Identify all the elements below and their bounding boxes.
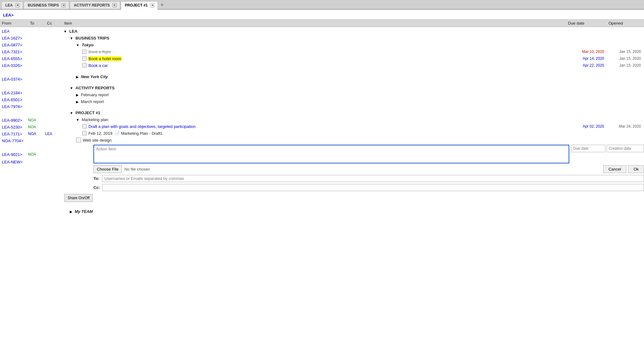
book-flight-row: Book a flight Mar 10, 2020 Jan 15, 2020	[62, 48, 644, 55]
to-label: To:	[93, 176, 101, 181]
sidebar-item: LEA-0877>	[0, 41, 28, 48]
to-noa-3: NOA	[28, 132, 36, 136]
tokyo-label: Tokyo	[82, 43, 94, 47]
no-file-text: No file chosen	[124, 167, 150, 172]
cancel-button[interactable]: Cancel	[603, 165, 626, 173]
march-arrow[interactable]: ▶	[76, 100, 78, 104]
share-button[interactable]: Share On/Off	[64, 194, 93, 202]
my-team-label: My TEAM	[75, 209, 93, 214]
draft-plan-text[interactable]: Draft a plan with goals and objectives, …	[88, 124, 196, 129]
sidebar-lea-0326[interactable]: LEA-0326>	[2, 63, 22, 68]
march-label: March report	[81, 99, 104, 104]
tab-lea[interactable]: LEA ✕	[1, 1, 23, 9]
sidebar-lea-7978[interactable]: LEA-7978>	[2, 104, 22, 109]
sidebar-lea[interactable]: LEA	[2, 29, 10, 34]
marketing-plan-arrow[interactable]: ▼	[76, 118, 79, 122]
project1-arrow[interactable]: ▼	[70, 111, 73, 115]
draft-plan-due: Apr 02, 2020	[566, 124, 607, 129]
tab-project1[interactable]: PROJECT #1 ✕	[121, 1, 158, 10]
main-content: LEA> From To Cc Item Due date Opened LEA…	[0, 10, 644, 217]
to-input[interactable]	[102, 175, 644, 182]
book-car-row: Book a car Apr 22, 2020 Jan 15, 2020	[62, 62, 644, 69]
draft-plan-checkbox[interactable]	[82, 124, 87, 129]
action-item-input[interactable]	[93, 145, 569, 163]
sidebar-lea-2184[interactable]: LEA-2184>	[2, 91, 22, 95]
tree-root-row: ▼ LEA	[62, 28, 644, 35]
website-design-header-row: Web site design	[62, 137, 644, 143]
sidebar-gap2	[0, 82, 28, 89]
sidebar-lea-0877[interactable]: LEA-0877>	[2, 43, 22, 47]
business-trips-label: BUSINESS TRIPS	[76, 36, 109, 40]
sidebar-lea-6501[interactable]: LEA-6501>	[2, 97, 22, 102]
col-to: To	[28, 21, 45, 26]
sidebar-item: LEA-5230>	[0, 124, 28, 130]
tab-project1-close[interactable]: ✕	[150, 3, 154, 7]
table-header: From To Cc Item Due date Opened	[0, 19, 644, 27]
activity-reports-arrow[interactable]: ▼	[70, 86, 73, 90]
to-column: NOA NOA NOA NOA	[28, 27, 45, 215]
inline-form: Choose File No file chosen Cancel Ok To:…	[62, 144, 644, 192]
sidebar-lea-7321[interactable]: LEA-7321>	[2, 49, 22, 54]
col-opened: Opened	[607, 21, 644, 26]
cc-input[interactable]: NOA Demo NOA,	[102, 184, 644, 191]
sidebar-gap1	[0, 69, 28, 76]
doc-label: Marketing Plan - Draft1	[121, 131, 163, 136]
tab-business-trips[interactable]: BUSINESS TRIPS ✕	[24, 1, 69, 9]
cc-lea: LEA	[45, 132, 52, 136]
root-label: LEA	[69, 29, 78, 34]
due-date-input[interactable]	[571, 145, 605, 152]
to-noa-1: NOA	[28, 118, 36, 122]
sidebar-noa-7704[interactable]: NOA-7704>	[2, 139, 23, 143]
sidebar-lea-7171[interactable]: LEA-7171>	[2, 132, 22, 136]
sidebar: LEA LEA-1627> LEA-0877> LEA-7321> LEA-65…	[0, 27, 28, 215]
february-arrow[interactable]: ▶	[76, 93, 78, 97]
book-car-opened: Jan 15, 2020	[607, 63, 644, 68]
add-tab-button[interactable]: +	[159, 2, 166, 8]
sidebar-lea-9902[interactable]: LEA-9902>	[2, 118, 22, 123]
book-hotel-row: Book a hotel room Apr 14, 2020 Jan 15, 2…	[62, 55, 644, 62]
tokyo-arrow[interactable]: ▼	[76, 43, 79, 47]
tab-activity-reports[interactable]: ACTIVITY REPORTS ✕	[70, 1, 120, 9]
tab-activity-reports-close[interactable]: ✕	[112, 3, 117, 7]
sidebar-item: NOA-7704>	[0, 137, 28, 144]
sidebar-lea-new[interactable]: LEA-NEW>	[2, 160, 23, 164]
book-car-text[interactable]: Book a car	[88, 63, 108, 68]
doc-checkbox[interactable]	[82, 131, 87, 135]
nyc-arrow[interactable]: ▶	[76, 75, 78, 79]
business-trips-arrow[interactable]: ▼	[70, 36, 73, 40]
sidebar-lea-6555[interactable]: LEA-6555>	[2, 56, 22, 61]
tab-lea-close[interactable]: ✕	[15, 3, 20, 7]
business-trips-header-row: ▼ BUSINESS TRIPS	[62, 35, 644, 41]
ok-button[interactable]: Ok	[628, 165, 644, 173]
gap1	[62, 69, 644, 73]
gap-bottom	[62, 202, 644, 208]
cc-column: LEA	[45, 27, 62, 215]
choose-file-button[interactable]: Choose File	[93, 165, 122, 173]
app-container: LEA ✕ BUSINESS TRIPS ✕ ACTIVITY REPORTS …	[0, 0, 644, 217]
my-team-header-row: ▶ My TEAM	[62, 208, 644, 215]
col-item: Item	[62, 21, 566, 26]
creation-date-input[interactable]	[607, 145, 644, 152]
root-arrow[interactable]: ▼	[64, 30, 67, 33]
sidebar-item: LEA-NEW>	[0, 158, 28, 166]
my-team-arrow[interactable]: ▶	[70, 210, 72, 214]
book-car-checkbox[interactable]	[82, 63, 87, 68]
project1-header-row: ▼ PROJECT #1	[62, 109, 644, 116]
project1-label: PROJECT #1	[76, 110, 100, 115]
tab-business-trips-close[interactable]: ✕	[61, 3, 66, 7]
tab-business-trips-label: BUSINESS TRIPS	[28, 3, 59, 7]
book-flight-checkbox[interactable]	[82, 49, 87, 54]
sidebar-lea-5230[interactable]: LEA-5230>	[2, 125, 22, 129]
website-design-checkbox[interactable]	[76, 138, 81, 143]
book-hotel-checkbox[interactable]	[82, 56, 87, 61]
sidebar-lea-1627[interactable]: LEA-1627>	[2, 36, 22, 40]
sidebar-lea-0374[interactable]: LEA-0374>	[2, 77, 22, 82]
activity-reports-label: ACTIVITY REPORTS	[76, 86, 115, 90]
sidebar-lea-9021[interactable]: LEA-9021>	[2, 152, 22, 157]
book-flight-due: Mar 10, 2020	[566, 49, 607, 54]
draft-plan-row: Draft a plan with goals and objectives, …	[62, 123, 644, 130]
breadcrumb[interactable]: LEA>	[0, 12, 644, 19]
sidebar-item: LEA-7978>	[0, 103, 28, 110]
book-hotel-opened: Jan 15, 2020	[607, 56, 644, 61]
tab-project1-label: PROJECT #1	[125, 3, 148, 7]
